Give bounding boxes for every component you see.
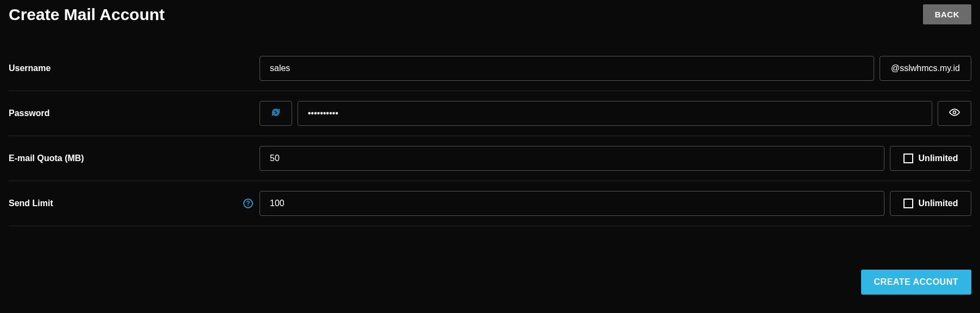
domain-suffix: @sslwhmcs.my.id (880, 56, 971, 81)
quota-row: E-mail Quota (MB) Unlimited (9, 136, 971, 181)
toggle-password-visibility-button[interactable] (938, 101, 971, 126)
quota-unlimited-label: Unlimited (919, 154, 958, 163)
back-button[interactable]: BACK (923, 4, 971, 24)
quota-unlimited-toggle[interactable]: Unlimited (890, 146, 971, 171)
password-row: Password (9, 91, 971, 136)
create-account-button[interactable]: CREATE ACCOUNT (861, 270, 971, 295)
generate-password-button[interactable] (260, 101, 292, 126)
username-input[interactable] (260, 56, 874, 81)
checkbox-icon (903, 199, 913, 208)
page-title: Create Mail Account (9, 5, 165, 24)
send-limit-label: Send Limit (9, 199, 53, 208)
svg-point-0 (953, 111, 956, 114)
send-limit-unlimited-toggle[interactable]: Unlimited (890, 191, 971, 216)
username-row: Username @sslwhmcs.my.id (9, 46, 971, 91)
help-icon[interactable]: ? (243, 199, 253, 208)
send-limit-input[interactable] (260, 191, 884, 216)
password-input[interactable] (298, 101, 932, 126)
password-label: Password (9, 108, 50, 118)
send-limit-row: Send Limit ? Unlimited (9, 181, 971, 226)
quota-input[interactable] (260, 146, 884, 171)
username-label: Username (9, 63, 50, 73)
quota-label: E-mail Quota (MB) (9, 154, 84, 163)
checkbox-icon (903, 154, 913, 163)
eye-icon (949, 107, 960, 120)
generate-icon (271, 107, 281, 119)
send-limit-unlimited-label: Unlimited (919, 199, 958, 208)
